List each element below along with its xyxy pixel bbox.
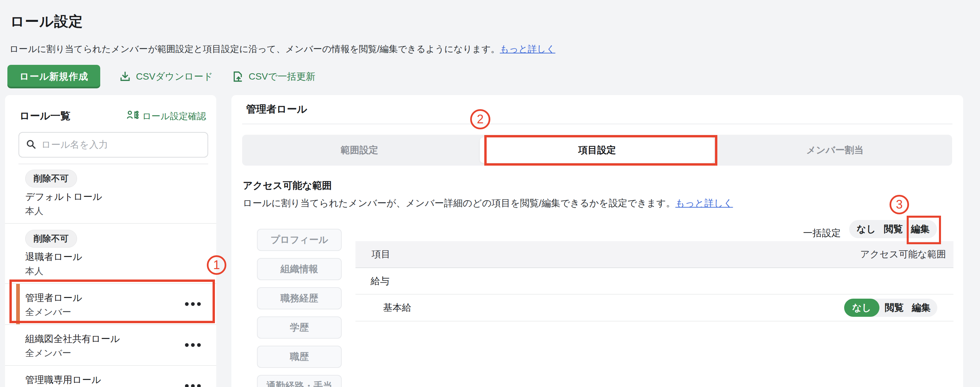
- category-job-history[interactable]: 職務経歴: [257, 287, 342, 309]
- column-header-item: 項目: [355, 248, 390, 261]
- page-more-link[interactable]: もっと詳しく: [500, 44, 555, 54]
- role-item-orgchart[interactable]: 組織図全社共有ロール 全メンバー: [5, 325, 216, 366]
- tab-item-settings[interactable]: 項目設定: [480, 137, 714, 163]
- create-role-button[interactable]: ロール新規作成: [7, 65, 100, 88]
- bulk-option-edit[interactable]: 編集: [911, 223, 929, 235]
- column-header-access: アクセス可能な範囲: [860, 248, 953, 261]
- role-settings-page: { "page": { "title": "ロール設定", "descripti…: [0, 0, 980, 387]
- section-more-link[interactable]: もっと詳しく: [675, 198, 733, 208]
- undeletable-badge: 削除不可: [25, 170, 77, 187]
- role-name: 管理職専用ロール: [25, 374, 184, 386]
- bulk-setting-segment: なし 閲覧 編集: [849, 220, 937, 238]
- category-organization[interactable]: 組織情報: [257, 258, 342, 280]
- search-icon: [25, 138, 37, 151]
- heading-divider: [242, 124, 953, 124]
- csv-bulk-update-label: CSVで一括更新: [248, 70, 315, 83]
- accessible-range-description-text: ロールに割り当てられたメンバーが、メンバー詳細のどの項目を閲覧/編集できるかを設…: [243, 198, 675, 208]
- role-list-title: ロール一覧: [19, 109, 70, 123]
- access-option-none-selected[interactable]: なし: [844, 299, 880, 317]
- role-name: 管理者ロール: [25, 292, 184, 304]
- role-detail-panel: 管理者ロール 範囲設定 項目設定 メンバー割当 アクセス可能な範囲 ロールに割り…: [231, 95, 963, 387]
- role-list-header: ロール一覧 ロール設定確認: [19, 108, 206, 124]
- accessible-range-description: ロールに割り当てられたメンバーが、メンバー詳細のどの項目を閲覧/編集できるかを設…: [243, 197, 733, 209]
- access-segment: なし 閲覧 編集: [844, 299, 937, 317]
- table-header-row: 項目 アクセス可能な範囲: [355, 241, 953, 268]
- role-item-managers[interactable]: 管理職専用ロール 所属部署と配下部署のメンバー: [5, 366, 216, 387]
- category-education[interactable]: 学歴: [257, 316, 342, 339]
- items-table: 項目 アクセス可能な範囲 給与 基本給 なし 閲覧 編集: [355, 241, 953, 322]
- page-description-text: ロールに割り当てられたメンバーが範囲設定と項目設定に沿って、メンバーの情報を閲覧…: [10, 44, 500, 54]
- download-icon: [119, 71, 131, 82]
- role-scope: 全メンバー: [25, 307, 184, 317]
- role-list-panel: ロール一覧 ロール設定確認: [5, 95, 216, 387]
- access-option-view[interactable]: 閲覧: [885, 301, 904, 314]
- category-profile[interactable]: プロフィール: [257, 229, 342, 251]
- csv-download-link[interactable]: CSVダウンロード: [119, 70, 213, 83]
- role-detail-title: 管理者ロール: [246, 103, 307, 116]
- csv-bulk-update-link[interactable]: CSVで一括更新: [232, 70, 315, 83]
- role-menu-button[interactable]: [181, 381, 204, 387]
- org-check-icon: [126, 108, 139, 124]
- page-title: ロール設定: [10, 12, 83, 31]
- role-name: 組織図全社共有ロール: [25, 333, 184, 345]
- role-check-label: ロール設定確認: [142, 110, 206, 122]
- access-option-edit[interactable]: 編集: [912, 301, 931, 314]
- bulk-option-view[interactable]: 閲覧: [884, 223, 903, 235]
- tab-member-assignment[interactable]: メンバー割当: [718, 135, 952, 166]
- role-scope: 本人: [25, 266, 184, 276]
- bulk-option-none[interactable]: なし: [857, 223, 876, 235]
- role-list: 削除不可 デフォルトロール 本人 削除不可 退職者ロール 本人 管理者ロール 全…: [5, 163, 216, 387]
- role-check-link[interactable]: ロール設定確認: [126, 108, 206, 124]
- file-upload-icon: [232, 71, 244, 82]
- role-search-box: [19, 132, 208, 157]
- csv-download-label: CSVダウンロード: [136, 70, 213, 83]
- role-item-default[interactable]: 削除不可 デフォルトロール 本人: [5, 164, 216, 224]
- toolbar: ロール新規作成 CSVダウンロード CSVで一括更新: [7, 65, 315, 89]
- role-scope: 全メンバー: [25, 348, 184, 358]
- role-name: デフォルトロール: [25, 191, 184, 203]
- role-name: 退職者ロール: [25, 251, 184, 263]
- role-search-input[interactable]: [41, 140, 202, 150]
- undeletable-badge: 削除不可: [25, 230, 77, 247]
- role-detail-tabs: 範囲設定 項目設定 メンバー割当: [242, 135, 952, 166]
- tab-scope-settings[interactable]: 範囲設定: [242, 135, 477, 166]
- role-menu-button[interactable]: [181, 299, 204, 309]
- role-item-admin[interactable]: 管理者ロール 全メンバー: [5, 284, 216, 325]
- category-work-history[interactable]: 職歴: [257, 346, 342, 368]
- accessible-range-heading: アクセス可能な範囲: [243, 179, 332, 192]
- table-row: 基本給 なし 閲覧 編集: [355, 295, 953, 322]
- table-group-row: 給与: [355, 268, 953, 295]
- page-description: ロールに割り当てられたメンバーが範囲設定と項目設定に沿って、メンバーの情報を閲覧…: [10, 43, 555, 55]
- role-item-retired[interactable]: 削除不可 退職者ロール 本人: [5, 224, 216, 284]
- category-button-list: プロフィール 組織情報 職務経歴 学歴 職歴 通勤経路・手当: [257, 229, 342, 387]
- bulk-setting-label: 一括設定: [803, 227, 841, 239]
- group-label-salary: 給与: [371, 275, 390, 287]
- role-scope: 本人: [25, 206, 184, 216]
- category-commute-allowance[interactable]: 通勤経路・手当: [257, 375, 342, 387]
- row-label-base-salary: 基本給: [383, 301, 411, 314]
- role-menu-button[interactable]: [181, 340, 204, 351]
